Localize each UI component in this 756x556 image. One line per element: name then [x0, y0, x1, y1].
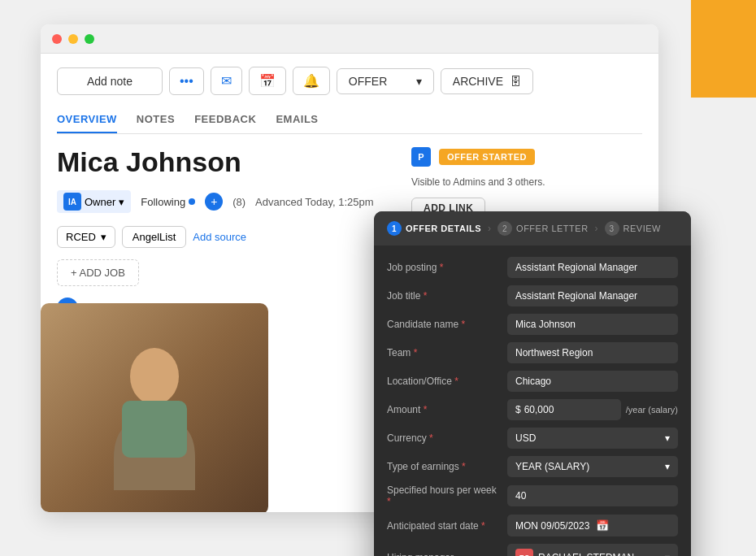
step-3[interactable]: 3 REVIEW [605, 221, 661, 236]
start-date-field[interactable]: MON 09/05/2023 📅 [507, 515, 678, 536]
currency-symbol: $ [515, 404, 521, 415]
candidate-name: Mica Johnson [57, 147, 398, 177]
minimize-dot [68, 34, 78, 44]
source-row: RCED ▾ AngelList Add source [57, 226, 398, 248]
offer-button[interactable]: OFFER ▾ [337, 68, 434, 94]
toolbar: Add note ••• ✉ 📅 🔔 OFFER ▾ ARCHIVE 🗄 [57, 67, 642, 95]
p-icon: P [411, 147, 431, 167]
add-follower-button[interactable]: + [205, 193, 223, 211]
hiring-manager-inner: RS RACHAEL STEDMAN [515, 549, 634, 556]
location-row: Location/Office * Chicago [387, 371, 678, 392]
step-2-label: OFFER LETTER [516, 224, 589, 233]
archive-label: ARCHIVE [453, 75, 503, 88]
hours-value[interactable]: 40 [507, 485, 678, 506]
job-title-value[interactable]: Assistant Regional Manager [507, 285, 678, 306]
job-posting-row: Job posting * Assistant Regional Manager [387, 257, 678, 278]
amount-field[interactable]: $ 60,000 [507, 399, 621, 420]
more-options-button[interactable]: ••• [169, 67, 204, 95]
amount-label: Amount * [387, 404, 501, 415]
candidate-photo [41, 303, 268, 512]
add-job-button[interactable]: + ADD JOB [57, 259, 139, 286]
step-1-label: OFFER DETAILS [406, 224, 481, 233]
job-title-label: Job title * [387, 290, 501, 302]
candidate-name-value[interactable]: Mica Johnson [507, 314, 678, 335]
currency-row: Currency * USD ▾ [387, 428, 678, 449]
tab-notes[interactable]: NOTES [137, 106, 175, 133]
start-date-label: Anticipated start date * [387, 520, 501, 532]
chevron-down-icon: ▾ [416, 75, 422, 88]
hiring-manager-dropdown[interactable]: RS RACHAEL STEDMAN ▾ [507, 544, 678, 556]
dots-icon: ••• [180, 74, 193, 89]
tab-overview[interactable]: OVERVIEW [57, 106, 117, 133]
modal-header: 1 OFFER DETAILS › 2 OFFER LETTER › 3 REV… [374, 211, 691, 245]
maximize-dot [85, 34, 94, 44]
offer-started-badge: OFFER STARTED [439, 149, 535, 165]
hours-label: Specified hours per week * [387, 484, 501, 507]
start-date-row: Anticipated start date * MON 09/05/2023 … [387, 515, 678, 536]
team-value[interactable]: Northwest Region [507, 342, 678, 363]
earnings-label: Type of earnings * [387, 461, 501, 472]
following-label: Following [141, 196, 185, 208]
job-title-row: Job title * Assistant Regional Manager [387, 285, 678, 306]
step-2-number: 2 [497, 221, 512, 236]
email-button[interactable]: ✉ [211, 67, 242, 95]
yellow-accent [691, 0, 756, 98]
advanced-text: Advanced Today, 1:25pm [255, 196, 374, 208]
earnings-chevron-icon: ▾ [665, 461, 670, 472]
alarm-icon: 🔔 [303, 73, 319, 89]
owner-label: Owner [85, 196, 115, 208]
offer-status-bar: P OFFER STARTED [411, 147, 642, 167]
location-value[interactable]: Chicago [507, 371, 678, 392]
tab-emails[interactable]: EMAILS [276, 106, 318, 133]
titlebar [41, 24, 658, 54]
svg-rect-1 [122, 401, 187, 458]
source-dropdown[interactable]: RCED ▾ [57, 226, 115, 248]
earnings-value: YEAR (SALARY) [515, 461, 589, 472]
offer-label: OFFER [349, 75, 387, 88]
person-silhouette [98, 328, 211, 490]
tab-feedback[interactable]: FEEDBACK [194, 106, 256, 133]
follower-count: (8) [232, 196, 245, 208]
step-1[interactable]: 1 OFFER DETAILS [387, 221, 481, 236]
step-3-label: REVIEW [623, 224, 661, 233]
archive-icon: 🗄 [510, 75, 521, 88]
amount-value: 60,000 [524, 404, 554, 415]
candidate-name-row: Candidate name * Mica Johnson [387, 314, 678, 335]
left-panel: Mica Johnson IA Owner ▾ Following + (8) … [57, 147, 398, 498]
start-date-value: MON 09/05/2023 [515, 520, 589, 532]
step-2[interactable]: 2 OFFER LETTER [497, 221, 589, 236]
step-3-number: 3 [605, 221, 619, 236]
alarm-button[interactable]: 🔔 [293, 67, 330, 95]
step-chevron-1: › [488, 223, 491, 234]
angellist-button[interactable]: AngelList [122, 226, 186, 248]
following-button[interactable]: Following [141, 196, 195, 208]
photo-background [41, 303, 268, 512]
team-label: Team * [387, 347, 501, 358]
earnings-dropdown[interactable]: YEAR (SALARY) ▾ [507, 456, 678, 477]
earnings-row: Type of earnings * YEAR (SALARY) ▾ [387, 456, 678, 477]
visible-text: Visible to Admins and 3 others. [411, 176, 642, 188]
add-source-link[interactable]: Add source [193, 231, 246, 243]
archive-button[interactable]: ARCHIVE 🗄 [441, 68, 533, 94]
step-1-number: 1 [387, 221, 402, 236]
owner-button[interactable]: IA Owner ▾ [57, 190, 131, 213]
currency-value: USD [515, 432, 536, 444]
currency-label: Currency * [387, 432, 501, 444]
candidate-name-label: Candidate name * [387, 319, 501, 330]
meta-row: IA Owner ▾ Following + (8) Advanced Toda… [57, 190, 398, 213]
hiring-manager-label: Hiring manager [387, 552, 501, 556]
calendar-button[interactable]: 📅 [249, 67, 286, 95]
currency-dropdown[interactable]: USD ▾ [507, 428, 678, 449]
tab-bar: OVERVIEW NOTES FEEDBACK EMAILS [57, 106, 642, 134]
currency-chevron-icon: ▾ [665, 432, 670, 444]
add-note-button[interactable]: Add note [57, 67, 163, 95]
close-dot [52, 34, 62, 44]
owner-chevron-icon: ▾ [119, 196, 124, 208]
location-label: Location/Office * [387, 376, 501, 387]
rs-badge: RS [515, 549, 533, 556]
email-icon: ✉ [221, 73, 232, 89]
modal-body: Job posting * Assistant Regional Manager… [374, 245, 691, 556]
job-posting-value[interactable]: Assistant Regional Manager [507, 257, 678, 278]
svg-point-0 [130, 348, 179, 405]
job-posting-label: Job posting * [387, 262, 501, 273]
